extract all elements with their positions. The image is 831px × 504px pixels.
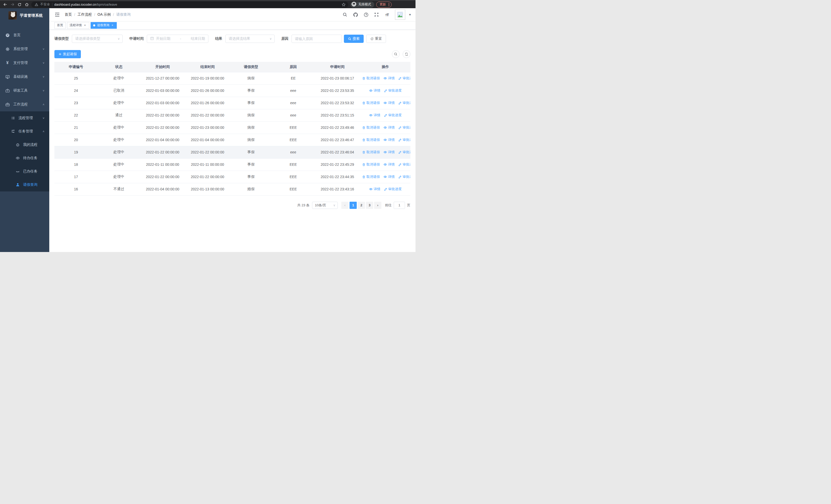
progress-action-link[interactable]: 审批进度 xyxy=(384,88,402,93)
page-size-select[interactable]: 10条/页 ∨ xyxy=(312,202,338,209)
avatar[interactable] xyxy=(395,9,405,20)
detail-action-link[interactable]: 详情 xyxy=(369,187,380,191)
cell-status: 处理中 xyxy=(97,121,140,134)
refresh-icon[interactable] xyxy=(403,50,410,58)
url-bar[interactable]: 不安全 dashboard.yudao.iocoder.cn/bpm/oa/le… xyxy=(31,2,348,8)
close-icon[interactable]: × xyxy=(83,24,87,27)
sidebar-item-devtools[interactable]: 研发工具 ∨ xyxy=(0,84,49,97)
sidebar-item-leave-query[interactable]: 请假查询 xyxy=(0,178,49,191)
page-button-1[interactable]: 1 xyxy=(349,202,357,209)
github-icon[interactable] xyxy=(353,12,358,17)
reload-icon[interactable] xyxy=(17,2,22,7)
page-button-3[interactable]: 3 xyxy=(366,202,373,209)
close-icon[interactable]: × xyxy=(111,24,114,27)
sidebar-item-label: 请假查询 xyxy=(23,182,45,187)
cancel-action-link[interactable]: 取消请假 xyxy=(362,125,380,130)
chevron-down-icon: ∨ xyxy=(118,37,120,40)
progress-action-link[interactable]: 审批进度 xyxy=(398,162,410,167)
sidebar-logo[interactable]: 芋道管理系统 xyxy=(0,8,49,23)
reason-input[interactable] xyxy=(291,35,342,43)
avatar-dropdown-icon[interactable]: ▼ xyxy=(408,13,411,16)
cancel-action-link[interactable]: 取消请假 xyxy=(362,138,380,142)
detail-action-link[interactable]: 详情 xyxy=(369,113,380,118)
detail-action-link[interactable]: 详情 xyxy=(369,88,380,93)
eye-closed-icon xyxy=(16,169,20,174)
sidebar-item-home[interactable]: 首页 xyxy=(0,28,49,42)
update-label[interactable]: 更新 xyxy=(379,2,386,7)
next-page-button[interactable]: › xyxy=(374,202,381,209)
progress-action-link[interactable]: 审批进度 xyxy=(398,175,410,179)
cancel-action-link[interactable]: 取消请假 xyxy=(362,76,380,81)
goto-page-input[interactable] xyxy=(394,202,405,209)
progress-action-link[interactable]: 审批进度 xyxy=(384,113,402,118)
progress-action-link[interactable]: 审批进度 xyxy=(398,138,410,142)
col-header-actions: 操作 xyxy=(360,62,410,72)
cancel-action-link[interactable]: 取消请假 xyxy=(362,150,380,154)
security-label[interactable]: 不安全 xyxy=(40,2,50,7)
sidebar-item-infra[interactable]: 基础设施 ∨ xyxy=(0,70,49,84)
cell-applied: 2022-01-23 00:06:17 xyxy=(314,72,360,84)
fullscreen-icon[interactable] xyxy=(374,12,379,17)
browser-update-button[interactable]: 更新 xyxy=(376,2,392,8)
breadcrumb-item[interactable]: 工作流程 xyxy=(78,12,92,17)
sidebar-item-system[interactable]: 系统管理 ∨ xyxy=(0,42,49,56)
tab-leave-query[interactable]: 请假查询 × xyxy=(91,22,117,29)
cell-reason: EE xyxy=(272,72,314,84)
tree-icon xyxy=(11,129,15,134)
cell-reason: EEE xyxy=(272,158,314,171)
incognito-icon xyxy=(351,2,356,7)
show-search-icon[interactable] xyxy=(392,50,400,58)
progress-action-link[interactable]: 审批进度 xyxy=(384,187,402,191)
bookmark-star-icon[interactable] xyxy=(341,2,346,7)
search-icon[interactable] xyxy=(342,12,347,17)
create-leave-button[interactable]: 发起请假 xyxy=(54,50,81,58)
detail-action-link[interactable]: 详情 xyxy=(383,175,395,179)
search-button[interactable]: 搜索 xyxy=(344,35,364,43)
home-icon[interactable] xyxy=(24,2,29,7)
detail-action-link[interactable]: 详情 xyxy=(383,76,395,81)
cell-end: 2022-01-22 00:00:00 xyxy=(185,171,230,183)
sidebar-item-my-process[interactable]: 我的流程 xyxy=(0,138,49,151)
sidebar-collapse-icon[interactable] xyxy=(54,12,60,18)
sidebar-item-done-tasks[interactable]: 已办任务 xyxy=(0,165,49,178)
progress-action-link[interactable]: 审批进度 xyxy=(398,150,410,154)
cancel-action-link[interactable]: 取消请假 xyxy=(362,162,380,167)
url-text[interactable]: dashboard.yudao.iocoder.cn/bpm/oa/leave xyxy=(54,3,117,6)
detail-action-link[interactable]: 详情 xyxy=(383,150,395,154)
sidebar-item-todo-tasks[interactable]: 待办任务 xyxy=(0,151,49,165)
progress-action-link[interactable]: 审批进度 xyxy=(398,100,410,105)
help-icon[interactable] xyxy=(364,12,369,17)
forward-icon[interactable] xyxy=(10,2,15,7)
prev-page-button[interactable]: ‹ xyxy=(341,202,348,209)
breadcrumb-item[interactable]: 首页 xyxy=(65,12,72,17)
sidebar-item-task-mgmt[interactable]: 任务管理 ∧ xyxy=(0,125,49,138)
sidebar-item-payment[interactable]: ¥ 支付管理 ∨ xyxy=(0,56,49,70)
eye-icon xyxy=(383,77,387,80)
not-secure-warning-icon[interactable] xyxy=(34,3,38,6)
apply-time-label: 申请时间 xyxy=(130,36,144,41)
apply-time-range-picker[interactable]: 开始日期 - 结束日期 xyxy=(147,35,208,43)
cancel-action-link[interactable]: 取消请假 xyxy=(362,100,380,105)
tab-process-detail[interactable]: 流程详情 × xyxy=(67,22,89,29)
active-tab-dot xyxy=(93,24,95,26)
cancel-action-link[interactable]: 取消请假 xyxy=(362,175,380,179)
sidebar-item-process-mgmt[interactable]: 流程管理 ∨ xyxy=(0,111,49,125)
tab-home[interactable]: 首页 xyxy=(54,22,66,29)
breadcrumb-item[interactable]: OA 示例 xyxy=(97,12,111,17)
back-icon[interactable] xyxy=(3,2,8,7)
leave-type-select[interactable]: 请选择请假类型 ∨ xyxy=(72,35,123,43)
progress-action-link[interactable]: 审批进度 xyxy=(398,76,410,81)
font-size-icon[interactable]: TT xyxy=(384,12,390,17)
cell-status: 处理中 xyxy=(97,134,140,146)
page-button-2[interactable]: 2 xyxy=(358,202,365,209)
detail-action-link[interactable]: 详情 xyxy=(383,138,395,142)
detail-action-link[interactable]: 详情 xyxy=(383,125,395,130)
browser-menu-icon[interactable] xyxy=(389,3,389,6)
sidebar-item-workflow[interactable]: 工作流程 ∧ xyxy=(0,97,49,111)
result-select[interactable]: 请选择流结果 ∨ xyxy=(225,35,275,43)
trash-icon xyxy=(362,163,366,166)
reset-button[interactable]: 重置 xyxy=(366,35,386,43)
progress-action-link[interactable]: 审批进度 xyxy=(398,125,410,130)
detail-action-link[interactable]: 详情 xyxy=(383,100,395,105)
detail-action-link[interactable]: 详情 xyxy=(383,162,395,167)
